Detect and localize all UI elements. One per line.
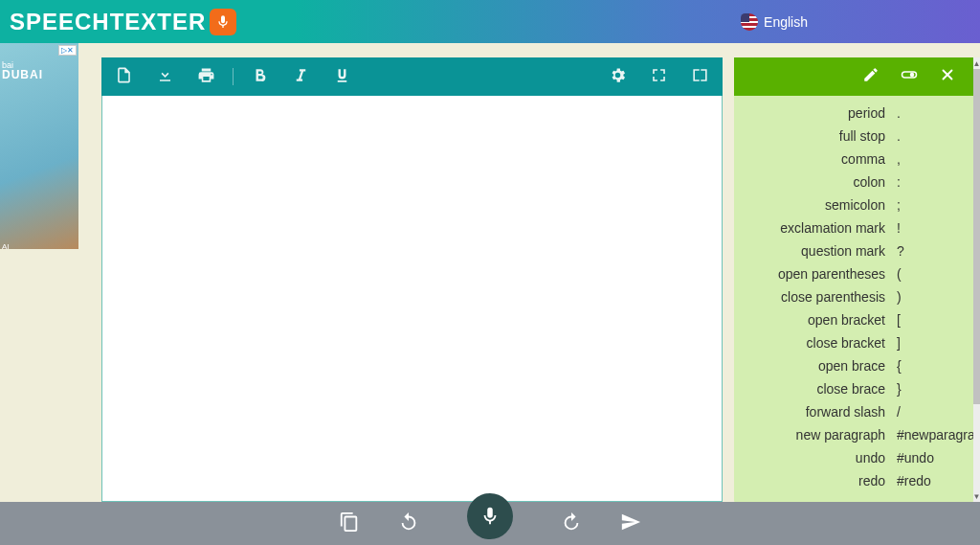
command-name: colon — [740, 174, 891, 190]
italic-icon[interactable] — [292, 66, 310, 88]
command-row: semicolon; — [740, 193, 968, 216]
command-name: full stop — [740, 128, 891, 144]
command-row: exclamation mark! — [740, 216, 968, 239]
settings-icon[interactable] — [609, 66, 627, 88]
command-name: close brace — [740, 381, 891, 397]
app-name: SPEECHTEXTER — [10, 9, 206, 35]
command-value: ; — [891, 197, 968, 213]
toolbar-separator — [233, 68, 234, 85]
print-icon[interactable] — [197, 66, 215, 88]
command-value: . — [891, 128, 968, 144]
command-value: : — [891, 174, 968, 190]
new-doc-icon[interactable] — [115, 66, 133, 88]
command-row: forward slash/ — [740, 400, 968, 423]
bold-icon[interactable] — [251, 66, 269, 88]
command-value: . — [891, 105, 968, 121]
command-name: new paragraph — [740, 427, 891, 443]
command-name: open bracket — [740, 312, 891, 328]
adchoice-icon[interactable]: ▷✕ — [58, 45, 77, 56]
command-row: question mark? — [740, 239, 968, 262]
command-value: { — [891, 358, 968, 374]
command-name: exclamation mark — [740, 220, 891, 236]
command-row: comma, — [740, 148, 968, 170]
svg-point-1 — [910, 73, 915, 78]
app-header: SPEECHTEXTER English — [0, 0, 980, 43]
edit-icon[interactable] — [862, 66, 880, 87]
ad-corner: AI — [2, 242, 10, 251]
logo-mic-icon — [210, 9, 236, 35]
command-name: open brace — [740, 358, 891, 374]
reader-icon[interactable] — [691, 66, 709, 88]
commands-list: period.full stop.comma,colon:semicolon;e… — [734, 96, 973, 502]
command-row: open bracket[ — [740, 308, 968, 331]
toggle-icon[interactable] — [901, 66, 918, 87]
command-value: #newparagraph — [891, 427, 968, 443]
command-row: close bracket] — [740, 331, 968, 354]
ad-banner[interactable]: ▷✕ bai DUBAI AI — [0, 43, 78, 249]
command-row: open brace{ — [740, 354, 968, 377]
redo-icon[interactable] — [561, 511, 582, 536]
main-content: ▷✕ bai DUBAI AI period.full stop.comma,c… — [0, 43, 980, 502]
flag-icon — [741, 13, 758, 31]
fullscreen-icon[interactable] — [650, 66, 668, 88]
close-icon[interactable] — [939, 66, 956, 87]
command-value: ! — [891, 220, 968, 236]
command-name: open parentheses — [740, 266, 891, 282]
command-row: close brace} — [740, 377, 968, 400]
command-value: [ — [891, 312, 968, 328]
footer-bar — [0, 502, 980, 545]
command-name: close bracket — [740, 335, 891, 351]
download-icon[interactable] — [156, 66, 174, 88]
command-name: undo — [740, 450, 891, 466]
editor-toolbar — [101, 57, 723, 96]
command-value: ? — [891, 243, 968, 259]
command-value: #redo — [891, 473, 968, 488]
command-value: ] — [891, 335, 968, 351]
command-row: period. — [740, 102, 968, 125]
send-icon[interactable] — [620, 511, 641, 536]
record-button[interactable] — [467, 493, 513, 539]
command-value: #undo — [891, 450, 968, 466]
command-name: redo — [740, 473, 891, 488]
command-value: ) — [891, 289, 968, 305]
mic-icon — [479, 506, 501, 527]
scroll-thumb[interactable] — [973, 69, 980, 404]
command-row: undo#undo — [740, 446, 968, 469]
ad-title: DUBAI — [2, 68, 43, 81]
sidebar-toolbar — [734, 57, 973, 96]
command-name: period — [740, 105, 891, 121]
undo-icon[interactable] — [398, 511, 419, 536]
command-row: colon: — [740, 170, 968, 193]
command-value: / — [891, 404, 968, 420]
command-name: question mark — [740, 243, 891, 259]
command-name: comma — [740, 151, 891, 167]
command-name: close parenthesis — [740, 289, 891, 305]
command-row: new paragraph#newparagraph — [740, 423, 968, 446]
command-name: forward slash — [740, 404, 891, 420]
text-editor[interactable] — [101, 96, 723, 502]
command-row: close parenthesis) — [740, 285, 968, 308]
command-value: } — [891, 381, 968, 397]
app-logo: SPEECHTEXTER — [10, 9, 236, 35]
commands-sidebar: period.full stop.comma,colon:semicolon;e… — [734, 57, 973, 502]
copy-icon[interactable] — [339, 511, 360, 536]
command-value: ( — [891, 266, 968, 282]
command-value: , — [891, 151, 968, 167]
language-label: English — [764, 14, 808, 30]
command-row: redo#redo — [740, 469, 968, 492]
command-row: full stop. — [740, 125, 968, 148]
command-name: semicolon — [740, 197, 891, 213]
underline-icon[interactable] — [333, 66, 351, 88]
language-selector[interactable]: English — [741, 13, 808, 31]
sidebar-scrollbar[interactable]: ▲ ▼ — [973, 57, 980, 502]
scroll-up-icon[interactable]: ▲ — [973, 57, 980, 69]
editor-panel — [101, 57, 723, 502]
command-row: open parentheses( — [740, 262, 968, 285]
scroll-down-icon[interactable]: ▼ — [973, 490, 980, 502]
